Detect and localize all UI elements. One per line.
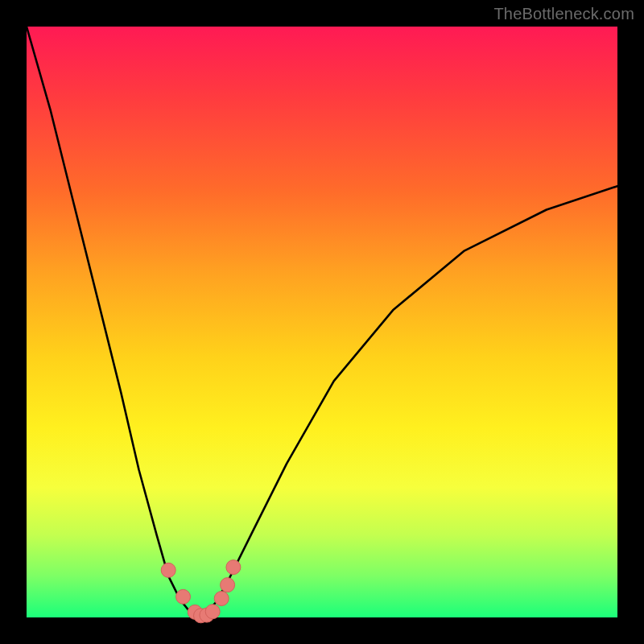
highlight-point [205, 605, 220, 619]
plot-area [27, 27, 617, 617]
highlight-point [221, 578, 235, 592]
highlight-points [161, 560, 241, 623]
highlight-point [214, 592, 229, 606]
highlight-point [226, 560, 241, 575]
highlight-point [176, 589, 191, 604]
chart-frame: TheBottleneck.com [0, 0, 644, 644]
bottleneck-curve [27, 27, 617, 617]
curve-svg [27, 27, 617, 617]
watermark-text: TheBottleneck.com [493, 5, 634, 23]
highlight-point [161, 563, 175, 577]
